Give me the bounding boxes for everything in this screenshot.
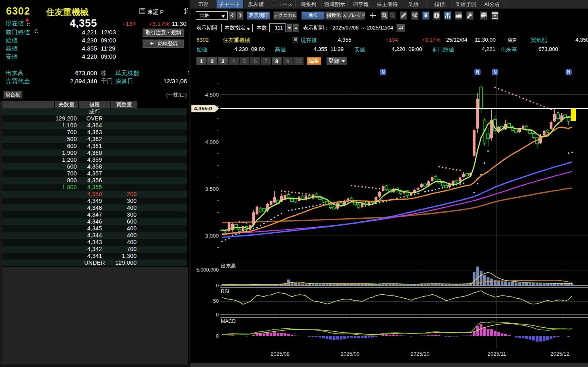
order-book-row[interactable]: 1,2004,359 — [2, 156, 187, 163]
tab-チャート[interactable]: チャート — [217, 0, 243, 8]
tab-株主優待[interactable]: 株主優待 — [374, 0, 400, 8]
sar-dot-upper — [354, 185, 356, 187]
period-mode-select[interactable]: 本数指定 — [221, 24, 253, 32]
zoom-out-button[interactable] — [389, 11, 396, 20]
current-price-value: 4,355 — [70, 17, 97, 30]
macd-hist-neg — [308, 336, 311, 337]
tab-四季報[interactable]: 四季報 — [348, 0, 374, 8]
tab-業績[interactable]: 業績 — [400, 0, 427, 8]
order-book-row[interactable]: 129,200OVER — [2, 115, 187, 122]
indexed-button[interactable]: 指数化 — [325, 11, 343, 20]
trade-caution-button[interactable]: 取引注意・規制 — [142, 28, 184, 37]
macd-hist-neg — [567, 336, 570, 337]
tab-業績予測[interactable]: 業績予測 — [453, 0, 479, 8]
macd-hist-pos — [399, 335, 402, 336]
edit-button[interactable]: 編集 — [307, 57, 321, 65]
chart-area[interactable]: 3,0003,5004,0004,5002025/082025/092025/1… — [190, 67, 588, 367]
order-book-row[interactable]: 8004,356 — [2, 177, 187, 184]
trendline-button[interactable] — [411, 11, 419, 20]
tab-市況[interactable]: 市況 — [190, 0, 217, 8]
add-watchlist-button[interactable]: ＋銘柄登録 — [142, 39, 184, 48]
my-chart-button[interactable]: MY — [444, 11, 451, 20]
chevron-down-icon — [342, 60, 345, 62]
order-book-row[interactable]: 7004,363 — [2, 129, 187, 136]
chart-slot-button-6[interactable]: 6 — [250, 57, 260, 65]
document-icon[interactable] — [139, 8, 146, 15]
price-level: OVER — [79, 115, 110, 122]
settings-button[interactable] — [466, 11, 474, 20]
count-decrement-button[interactable] — [286, 23, 292, 32]
sell-qty: 700 — [67, 170, 77, 177]
sar-dot-upper — [515, 95, 517, 97]
reset-period-button[interactable] — [396, 24, 405, 32]
popout-button[interactable] — [491, 11, 499, 20]
sar-dot-lower — [484, 162, 485, 164]
area-chart-button[interactable] — [455, 11, 462, 20]
current-price-label: 現在値 — [6, 20, 24, 27]
prev-button[interactable] — [229, 11, 236, 20]
order-book-row[interactable]: 4,344400 — [2, 232, 187, 239]
chart-slot-button-5[interactable]: 5 — [239, 57, 250, 65]
order-book-row[interactable]: 6004,361 — [2, 143, 187, 150]
yen-button[interactable]: ¥ — [422, 11, 429, 20]
order-book-row[interactable]: UNDER129,000 — [2, 259, 187, 266]
macd-hist-neg — [445, 336, 448, 337]
quote-panel-part: 売買代金 2,894,348 千円 決算日 12/31,06 — [0, 78, 189, 84]
spread-button[interactable]: スプレッド — [343, 11, 365, 20]
order-book-row[interactable]: 6004,358 — [2, 163, 187, 170]
register-button[interactable]: 登録 — [326, 57, 347, 65]
order-book-row[interactable]: 4,343400 — [2, 239, 187, 246]
order-book-row[interactable]: 4,349300 — [2, 198, 187, 205]
tab-AI分析[interactable]: AI分析 — [479, 0, 506, 8]
macd-hist-neg — [410, 336, 412, 337]
sar-dot-upper — [456, 169, 457, 171]
tab-時系列[interactable]: 時系列 — [296, 0, 322, 8]
order-book-row[interactable]: 7004,357 — [2, 170, 187, 177]
bar-count-input[interactable]: 111 — [269, 23, 286, 32]
chart-slot-button-10[interactable]: 10 — [293, 57, 304, 65]
order-book-row[interactable]: 4,345400 — [2, 225, 187, 232]
draw-button[interactable] — [400, 11, 407, 20]
order-book-row[interactable]: 1,8004,355 — [2, 184, 187, 191]
interval-select[interactable]: 日足 — [196, 11, 228, 20]
order-book-row[interactable]: 5004,362 — [2, 136, 187, 143]
tab-ニュース[interactable]: ニュース — [269, 0, 296, 8]
chart-slot-button-7[interactable]: 7 — [261, 57, 271, 65]
sar-dot-lower — [442, 187, 443, 189]
chart-toolbar: 日足表示期間テクニカル通常指数化スプレッド¥MY — [190, 9, 588, 22]
chart-slot-button-2[interactable]: 2 — [207, 57, 218, 65]
count-increment-button[interactable] — [293, 23, 299, 32]
order-book-row[interactable]: 4,350200 — [2, 191, 187, 198]
order-book-row[interactable]: 成行 — [2, 108, 187, 115]
chart-slot-button-9[interactable]: 9 — [283, 57, 293, 65]
chart-slot-button-3[interactable]: 3 — [218, 57, 228, 65]
next-button[interactable] — [237, 11, 243, 20]
order-book-row[interactable]: 1,9004,360 — [2, 150, 187, 156]
order-book-row[interactable]: 4,3411,300 — [2, 253, 187, 259]
normal-button[interactable]: 通常 — [301, 11, 325, 20]
candle-down — [466, 174, 469, 176]
chart-slot-button-8[interactable]: 8 — [272, 57, 282, 65]
volume-bar — [536, 283, 539, 285]
tab-指標[interactable]: 指標 — [427, 0, 453, 8]
order-book-row[interactable]: 4,347300 — [2, 211, 187, 218]
order-book-row[interactable]: 4,346600 — [2, 218, 187, 225]
info-button[interactable] — [433, 11, 440, 20]
zoom-in-button[interactable] — [381, 11, 388, 20]
tab-適時開示[interactable]: 適時開示 — [321, 0, 348, 8]
order-book-row[interactable]: 1,1004,364 — [2, 122, 187, 129]
technical-button[interactable]: テクニカル — [273, 11, 297, 20]
chart-slot-button-4[interactable]: 4 — [228, 57, 239, 65]
chart-slot-button-1[interactable]: 1 — [196, 57, 207, 65]
order-book-row[interactable]: 4,348400 — [2, 205, 187, 211]
add-button[interactable] — [369, 11, 377, 20]
unit-shares-label: 単元株数 — [115, 70, 140, 76]
chevron-right-icon-part-part — [239, 14, 241, 17]
tab-歩み値[interactable]: 歩み値 — [243, 0, 269, 8]
price-level: UNDER — [79, 259, 110, 266]
order-book-row[interactable]: 4,342700 — [2, 246, 187, 253]
display-period-button[interactable]: 表示期間 — [247, 11, 270, 20]
print-button[interactable] — [480, 11, 487, 20]
composite-board-button[interactable]: 複合板 — [3, 91, 23, 99]
info-change-pct: +3.17% — [411, 37, 440, 43]
